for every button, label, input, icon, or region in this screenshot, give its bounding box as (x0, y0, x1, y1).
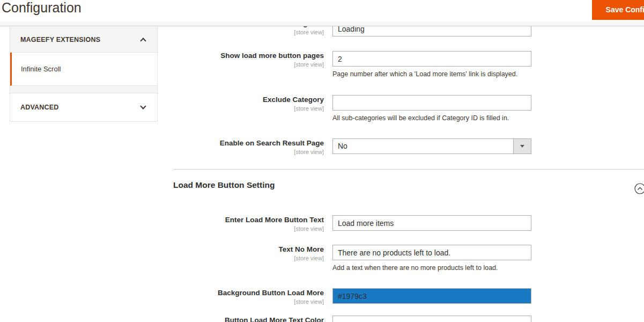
background-button-label: Background Button Load More (158, 288, 324, 297)
button-text-label: Enter Load More Button Text (158, 215, 324, 224)
field-label-group: Loading Text [store view] (158, 26, 324, 36)
field-row-text-no-more: Text No More [store view] Add a text whe… (158, 245, 644, 272)
field-row-show-pages: Show load more button pages [store view]… (158, 51, 644, 78)
scope-label: [store view] (158, 255, 324, 262)
enable-search-selected-value: No (333, 139, 513, 153)
field-input-group (332, 288, 531, 304)
dropdown-arrow-icon (520, 145, 524, 148)
section-divider (173, 169, 644, 170)
field-label-group: Exclude Category [store view] (158, 95, 324, 112)
page-header: Configuration (0, 0, 644, 21)
field-row-text-color: Button Load More Text Color [store view] (158, 316, 644, 322)
scope-label: [store view] (158, 298, 324, 305)
section-heading: Load More Button Setting (173, 180, 275, 190)
background-button-color-input[interactable] (332, 288, 531, 304)
config-form-panel: Loading Text [store view] Show load more… (158, 26, 644, 322)
collapse-section-icon[interactable] (634, 183, 644, 194)
show-pages-input[interactable] (332, 51, 531, 67)
field-label-group: Show load more button pages [store view] (158, 51, 324, 68)
sidebar-section-mageefy-extensions[interactable]: MAGEEFY EXTENSIONS (10, 27, 157, 53)
field-input-group (332, 215, 531, 231)
save-config-button[interactable]: Save Config (592, 0, 644, 20)
field-input-group: All sub-categories will be excluded if C… (332, 95, 531, 122)
enable-search-select[interactable]: No (332, 138, 531, 154)
field-row-loading-text: Loading Text [store view] (158, 26, 644, 36)
field-input-group (332, 26, 531, 36)
scope-label: [store view] (158, 225, 324, 232)
chevron-up-icon (140, 38, 146, 43)
text-no-more-input[interactable] (332, 245, 531, 260)
show-pages-note: Page number after which a 'Load more ite… (332, 70, 531, 78)
field-row-enable-search: Enable on Search Result Page [store view… (158, 138, 644, 156)
field-label-group: Enter Load More Button Text [store view] (158, 215, 324, 232)
sidebar-item-label: Infinite Scroll (21, 65, 61, 73)
scope-label: [store view] (158, 149, 324, 156)
text-color-input[interactable] (332, 316, 531, 322)
page-title: Configuration (2, 0, 82, 16)
sidebar-item-infinite-scroll[interactable]: Infinite Scroll (10, 53, 157, 86)
text-no-more-note: Add a text when there are no more produc… (332, 264, 531, 272)
sidebar-section-advanced[interactable]: ADVANCED (10, 93, 157, 121)
config-sidebar: MAGEEFY EXTENSIONS Infinite Scroll ADVAN… (10, 27, 158, 122)
scope-label: [store view] (158, 29, 324, 36)
scope-label: [store view] (158, 61, 324, 68)
field-label-group: Enable on Search Result Page [store view… (158, 138, 324, 156)
text-color-label: Button Load More Text Color (158, 316, 324, 322)
chevron-down-icon (140, 103, 146, 109)
field-row-exclude-category: Exclude Category [store view] All sub-ca… (158, 95, 644, 122)
sidebar-gap (10, 86, 157, 93)
exclude-category-label: Exclude Category (158, 95, 324, 104)
field-label-group: Background Button Load More [store view] (158, 288, 324, 305)
show-pages-label: Show load more button pages (158, 51, 324, 60)
sidebar-section-label: MAGEEFY EXTENSIONS (20, 36, 100, 43)
field-label-group: Button Load More Text Color [store view] (158, 316, 324, 322)
text-no-more-label: Text No More (158, 245, 324, 254)
dropdown-arrow-button[interactable] (513, 139, 531, 153)
field-input-group: No (332, 138, 531, 154)
enable-search-label: Enable on Search Result Page (158, 138, 324, 148)
button-text-input[interactable] (332, 215, 531, 231)
exclude-category-input[interactable] (332, 95, 531, 111)
field-input-group: Add a text when there are no more produc… (332, 245, 531, 272)
loading-text-input[interactable] (332, 26, 531, 36)
loading-text-label: Loading Text (158, 26, 324, 28)
scope-label: [store view] (158, 105, 324, 112)
sidebar-section-label: ADVANCED (20, 104, 59, 111)
exclude-category-note: All sub-categories will be excluded if C… (332, 114, 531, 122)
field-row-button-text: Enter Load More Button Text [store view] (158, 215, 644, 232)
field-input-group: Page number after which a 'Load more ite… (332, 51, 531, 78)
field-row-background-button: Background Button Load More [store view] (158, 288, 644, 305)
header-divider (0, 21, 644, 26)
field-input-group (332, 316, 531, 322)
field-label-group: Text No More [store view] (158, 245, 324, 262)
